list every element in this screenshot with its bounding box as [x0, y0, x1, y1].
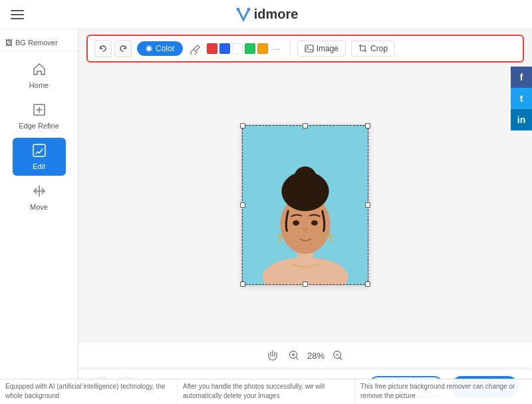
edge-refine-label: Edge Refine	[19, 122, 59, 130]
svg-point-17	[329, 234, 332, 238]
logo: idmore	[234, 5, 299, 24]
color-button[interactable]: Color	[137, 41, 183, 56]
hamburger-line-2	[11, 14, 24, 15]
zoom-controls: 28%	[233, 347, 378, 363]
image-button[interactable]: Image	[297, 41, 346, 57]
home-label: Home	[29, 81, 49, 89]
home-icon	[32, 62, 47, 79]
svg-point-8	[263, 257, 348, 285]
move-label: Move	[30, 203, 48, 211]
zoom-out-button[interactable]	[330, 347, 346, 363]
facebook-button[interactable]: f	[511, 67, 532, 88]
sidebar-item-home[interactable]: Home	[13, 57, 66, 95]
bg-remover-icon: 🖼	[5, 39, 13, 47]
swatch-blue[interactable]	[219, 43, 230, 54]
svg-point-1	[247, 7, 250, 11]
color-swatches: ···	[207, 43, 283, 54]
left-sidebar: 🖼 BG Remover Home Edge Refine	[0, 29, 78, 404]
svg-point-0	[236, 7, 239, 11]
svg-point-14	[311, 220, 318, 226]
svg-point-5	[147, 47, 151, 51]
eraser-icon[interactable]	[188, 42, 201, 55]
swatch-green[interactable]	[245, 43, 255, 54]
hamburger-menu[interactable]	[11, 10, 24, 19]
edge-refine-icon	[32, 102, 47, 119]
bottom-text-col-1: Equipped with AI (artificial intelligenc…	[0, 379, 178, 404]
hamburger-line-3	[11, 18, 24, 19]
swatch-yellow[interactable]	[257, 43, 268, 54]
swatch-white[interactable]	[232, 43, 243, 54]
svg-point-15	[278, 234, 282, 238]
photo-container[interactable]	[241, 124, 369, 286]
image-canvas	[78, 68, 532, 341]
hamburger-line-1	[11, 10, 24, 11]
person-svg	[242, 125, 368, 285]
svg-point-18	[329, 239, 332, 242]
zoom-toolbar: 28%	[78, 341, 532, 369]
logo-icon	[234, 5, 253, 24]
svg-point-7	[307, 47, 308, 48]
svg-rect-6	[305, 45, 313, 52]
sidebar-item-edit[interactable]: Edit	[13, 138, 66, 176]
bottom-text-row: Equipped with AI (artificial intelligenc…	[0, 379, 532, 404]
header: idmore	[0, 0, 532, 29]
swatch-more[interactable]: ···	[270, 43, 283, 54]
edit-icon	[32, 143, 47, 160]
redo-button[interactable]	[114, 40, 132, 57]
bottom-text-col-2: After you handle the photos successfully…	[178, 379, 355, 404]
toolbar: Color ···	[86, 35, 524, 63]
bottom-text-col-3: This free picture background remover can…	[355, 379, 532, 404]
move-icon	[32, 184, 47, 200]
sidebar-item-edge-refine[interactable]: Edge Refine	[13, 97, 66, 135]
logo-text: idmore	[254, 7, 299, 22]
linkedin-button[interactable]: in	[511, 109, 532, 130]
edit-label: Edit	[33, 162, 45, 170]
sidebar-item-move[interactable]: Move	[13, 178, 66, 216]
social-sidebar: f t in	[511, 67, 532, 130]
toolbar-divider	[290, 41, 291, 57]
undo-button[interactable]	[94, 40, 112, 57]
crop-button[interactable]: Crop	[351, 41, 395, 57]
zoom-in-button[interactable]	[286, 347, 302, 363]
canvas-area: Color ···	[78, 29, 532, 404]
toolbar-nav	[94, 40, 132, 57]
svg-point-16	[279, 239, 281, 242]
svg-point-13	[293, 220, 299, 226]
zoom-level: 28%	[307, 351, 325, 361]
svg-point-12	[293, 166, 317, 192]
bg-remover-label: 🖼 BG Remover	[0, 35, 78, 51]
main-content: 🖼 BG Remover Home Edge Refine	[0, 29, 532, 404]
zoom-hand-button[interactable]	[265, 347, 281, 363]
swatch-red[interactable]	[207, 43, 217, 54]
svg-rect-3	[33, 144, 45, 156]
twitter-button[interactable]: t	[511, 88, 532, 109]
